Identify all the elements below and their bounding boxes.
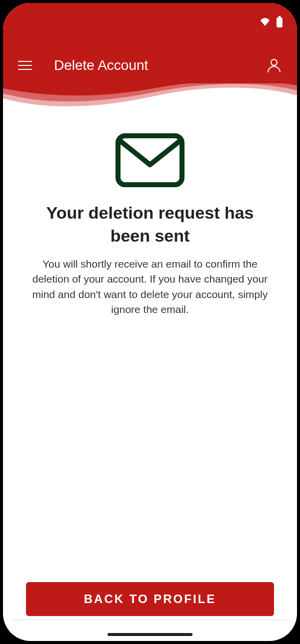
- confirmation-heading: Your deletion request has been sent: [23, 202, 277, 248]
- toolbar: Delete Account: [3, 50, 297, 80]
- home-indicator: [108, 633, 192, 636]
- back-to-profile-button[interactable]: BACK TO PROFILE: [26, 582, 274, 616]
- bottom-divider: [13, 620, 287, 620]
- status-bar: [259, 16, 283, 28]
- main-content: Your deletion request has been sent You …: [3, 108, 297, 641]
- menu-icon[interactable]: [18, 61, 32, 70]
- app-header: Delete Account: [3, 3, 297, 85]
- app-screen: Delete Account Your deletion request has…: [3, 3, 297, 641]
- svg-point-2: [271, 59, 277, 65]
- mail-icon: [23, 133, 277, 188]
- svg-rect-3: [118, 136, 182, 185]
- svg-rect-0: [276, 17, 282, 27]
- wifi-icon: [259, 17, 271, 27]
- page-title: Delete Account: [54, 57, 148, 73]
- confirmation-body: You will shortly receive an email to con…: [23, 257, 277, 318]
- battery-icon: [276, 16, 283, 28]
- profile-icon[interactable]: [266, 57, 282, 73]
- svg-rect-1: [278, 16, 281, 17]
